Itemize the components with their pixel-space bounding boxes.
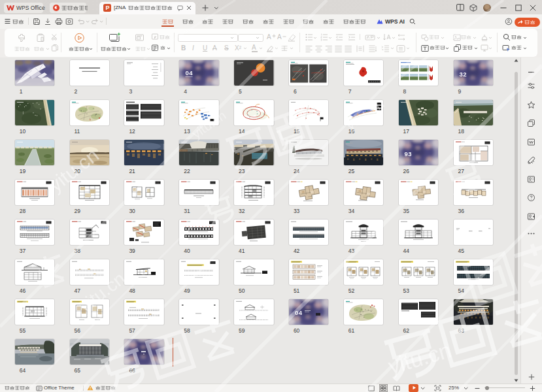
svg-text:32: 32 [459,71,466,78]
svg-text:04: 04 [295,309,303,316]
svg-text:93: 93 [404,150,411,157]
svg-text:04: 04 [186,69,194,76]
svg-text:yitu.cn: yitu.cn [385,337,454,379]
